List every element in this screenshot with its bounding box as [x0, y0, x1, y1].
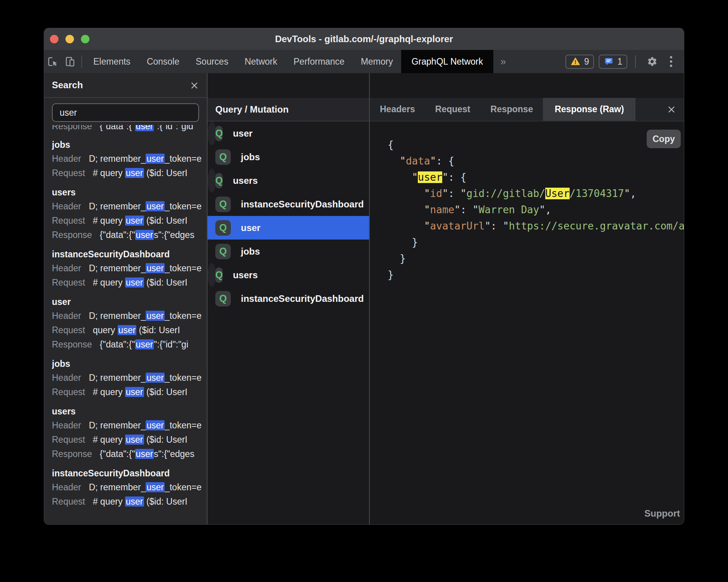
- json-string: Warren Day: [479, 204, 539, 216]
- result-line-value: query user ($id: UserI: [93, 325, 180, 335]
- search-result-line[interactable]: Request# query user ($id: UserI: [52, 276, 207, 290]
- result-line-value: D; remember_user_token=e: [89, 420, 201, 430]
- result-line-label: Request: [52, 496, 85, 507]
- result-group-title[interactable]: user: [52, 295, 207, 309]
- json-line: }: [388, 267, 684, 283]
- tab-performance[interactable]: Performance: [285, 50, 353, 73]
- warnings-badge[interactable]: 9: [565, 55, 594, 69]
- device-icon: [64, 56, 76, 67]
- result-group-title[interactable]: jobs: [52, 357, 207, 371]
- search-result-line[interactable]: Request# query user ($id: UserI: [52, 385, 207, 399]
- search-result-line[interactable]: Request# query user ($id: UserI: [52, 214, 207, 228]
- close-icon: [666, 104, 676, 115]
- result-line-value: # query user ($id: UserI: [93, 216, 187, 226]
- result-group-title[interactable]: users: [52, 185, 207, 199]
- result-group-title[interactable]: instanceSecurityDashboard: [52, 466, 207, 480]
- search-result-group: userHeaderD; remember_user_token=eReques…: [52, 295, 207, 352]
- query-type-badge: Q: [215, 220, 231, 236]
- result-line-label: Header: [52, 373, 81, 383]
- query-item-label: user: [241, 223, 261, 233]
- query-list-item-instancesecuritydashboard[interactable]: QinstanceSecurityDashboard: [208, 287, 369, 310]
- query-list-item-jobs[interactable]: Qjobs: [208, 145, 369, 169]
- tab-elements[interactable]: Elements: [85, 50, 139, 73]
- search-result-line[interactable]: Requestquery user ($id: UserI: [52, 323, 207, 337]
- panel-divider-right[interactable]: [369, 73, 370, 524]
- query-list-item-instancesecuritydashboard[interactable]: QinstanceSecurityDashboard: [208, 192, 369, 216]
- result-text: s":{"edges: [154, 230, 194, 240]
- search-result-line[interactable]: Response{"data":{"user":{"id":"gi: [52, 337, 207, 352]
- result-text: _token=e: [165, 482, 201, 492]
- search-result-line[interactable]: Response{"data":{"user":{"id":"gid: [52, 125, 207, 133]
- query-list-item-users[interactable]: Qusers: [208, 263, 216, 287]
- tab-graphql-network[interactable]: GraphQL Network: [401, 50, 494, 73]
- search-result-line[interactable]: HeaderD; remember_user_token=e: [52, 480, 207, 495]
- result-line-label: Response: [52, 449, 92, 459]
- result-group-title[interactable]: users: [52, 404, 207, 418]
- result-text: _token=e: [165, 311, 201, 321]
- close-detail-button[interactable]: [664, 103, 678, 116]
- settings-gear-button[interactable]: [644, 53, 661, 70]
- result-text: # query: [93, 168, 125, 178]
- search-result-line[interactable]: Request# query user ($id: UserI: [52, 166, 207, 180]
- tab-memory[interactable]: Memory: [353, 50, 401, 73]
- search-input[interactable]: [52, 103, 199, 122]
- result-line-label: Response: [52, 125, 92, 131]
- search-result-line[interactable]: Response{"data":{"users":{"edges: [52, 447, 207, 461]
- search-result-group: jobsHeaderD; remember_user_token=eReques…: [52, 138, 207, 180]
- support-link[interactable]: Support: [644, 508, 680, 519]
- tab-console[interactable]: Console: [139, 50, 187, 73]
- query-list-item-user[interactable]: Quser: [208, 122, 216, 145]
- detail-tab-response-raw[interactable]: Response (Raw): [543, 98, 635, 121]
- search-result-line[interactable]: HeaderD; remember_user_token=e: [52, 418, 207, 433]
- match-highlight: user: [135, 125, 154, 131]
- tab-sources[interactable]: Sources: [187, 50, 236, 73]
- panel-divider-left[interactable]: [207, 73, 208, 524]
- tab-network[interactable]: Network: [237, 50, 285, 73]
- search-result-line[interactable]: Request# query user ($id: UserI: [52, 433, 207, 447]
- detail-tab-headers[interactable]: Headers: [370, 98, 425, 121]
- detail-tab-response[interactable]: Response: [481, 98, 543, 121]
- query-type-badge: Q: [215, 173, 223, 188]
- result-group-title[interactable]: instanceSecurityDashboard: [52, 247, 207, 261]
- search-result-line[interactable]: HeaderD; remember_user_token=e: [52, 261, 207, 276]
- result-group-title[interactable]: jobs: [52, 138, 207, 152]
- query-item-label: jobs: [241, 152, 260, 163]
- more-tabs-chevron-icon[interactable]: »: [500, 56, 506, 68]
- result-line-label: Request: [52, 277, 85, 288]
- more-options-button[interactable]: [665, 53, 677, 70]
- search-result-group: usersHeaderD; remember_user_token=eReque…: [52, 404, 207, 461]
- match-highlight: user: [135, 449, 154, 459]
- result-line-value: D; remember_user_token=e: [89, 201, 201, 211]
- search-result-line[interactable]: HeaderD; remember_user_token=e: [52, 309, 207, 323]
- issues-badge[interactable]: 1: [599, 55, 627, 69]
- search-result-line[interactable]: HeaderD; remember_user_token=e: [52, 199, 207, 214]
- result-line-value: # query user ($id: UserI: [93, 168, 187, 178]
- query-list-item-user[interactable]: Quser: [208, 216, 369, 240]
- search-result-line[interactable]: HeaderD; remember_user_token=e: [52, 152, 207, 166]
- clipped-result-line: Response{"data":{"user":{"id":"gid: [52, 125, 207, 133]
- json-line: "data": {: [388, 153, 684, 169]
- json-line: "id": "gid://gitlab/User/13704317",: [388, 185, 684, 202]
- result-text: _token=e: [165, 373, 201, 383]
- json-punctuation: ": [388, 220, 430, 232]
- search-result-group: usersHeaderD; remember_user_token=eReque…: [52, 185, 207, 242]
- search-result-line[interactable]: Response{"data":{"users":{"edges: [52, 228, 207, 242]
- devtools-content: Search Response{"data":{"user":{"id":"gi…: [44, 73, 684, 524]
- result-line-label: Header: [52, 201, 81, 211]
- query-type-badge: Q: [215, 267, 223, 283]
- search-result-line[interactable]: HeaderD; remember_user_token=e: [52, 371, 207, 385]
- query-list-item-jobs[interactable]: Qjobs: [208, 240, 369, 263]
- result-text: ($id: UserI: [144, 216, 187, 226]
- result-line-value: D; remember_user_token=e: [89, 373, 201, 383]
- query-type-badge: Q: [215, 126, 223, 141]
- match-highlight: user: [125, 435, 144, 445]
- json-search-highlight: User: [545, 188, 570, 199]
- match-highlight: user: [125, 277, 144, 288]
- close-search-panel-button[interactable]: [187, 79, 201, 92]
- detail-tab-request[interactable]: Request: [425, 98, 481, 121]
- query-list-item-users[interactable]: Qusers: [208, 169, 216, 192]
- inspect-element-icon[interactable]: [44, 53, 61, 70]
- search-result-line[interactable]: Request# query user ($id: UserI: [52, 495, 207, 509]
- device-toolbar-icon[interactable]: [61, 53, 78, 70]
- json-response-viewer: { "data": { "user": { "id": "gid://gitla…: [388, 137, 684, 283]
